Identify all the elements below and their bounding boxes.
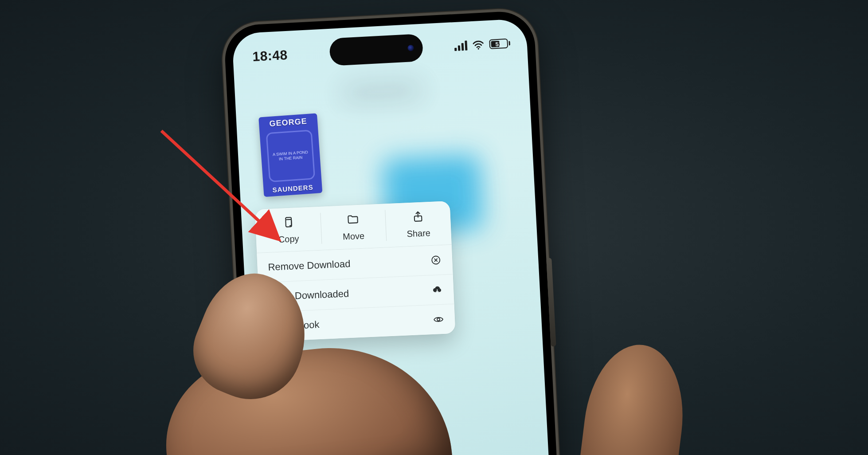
cellular-signal-icon: [454, 41, 467, 51]
hand-fingers: [549, 264, 655, 437]
share-label: Share: [407, 228, 430, 239]
menu-item-label: Remove Download: [268, 258, 351, 273]
svg-point-4: [437, 318, 440, 321]
move-label: Move: [343, 231, 365, 242]
iphone-screen: 18:48 51: [232, 19, 557, 455]
selected-file-thumbnail[interactable]: GEORGE A SWIM IN A POND IN THE RAIN SAUN…: [258, 113, 322, 197]
folder-icon: [346, 213, 359, 228]
share-button[interactable]: Share: [385, 201, 452, 247]
menu-item-label: Quick Look: [270, 319, 320, 333]
remove-download-icon: [430, 254, 442, 266]
copy-button[interactable]: Copy: [255, 207, 322, 253]
copy-icon: [282, 216, 294, 231]
iphone-device-frame: 18:48 51: [223, 10, 566, 455]
share-icon: [411, 210, 424, 225]
file-context-menu: Copy Move Share: [255, 201, 456, 342]
book-author-first: GEORGE: [259, 116, 318, 129]
book-title: A SWIM IN A POND IN THE RAIN: [266, 129, 316, 182]
cloud-download-icon: [431, 284, 443, 296]
move-button[interactable]: Move: [320, 204, 387, 250]
eye-icon: [433, 314, 445, 326]
wifi-icon: [472, 40, 484, 50]
copy-label: Copy: [278, 234, 299, 245]
status-time: 18:48: [252, 47, 288, 64]
battery-indicator: 51: [489, 38, 510, 49]
book-author-last: SAUNDERS: [263, 183, 322, 194]
battery-percent: 51: [490, 39, 507, 48]
svg-point-0: [477, 48, 479, 50]
menu-item-label: Keep Downloaded: [269, 288, 349, 303]
